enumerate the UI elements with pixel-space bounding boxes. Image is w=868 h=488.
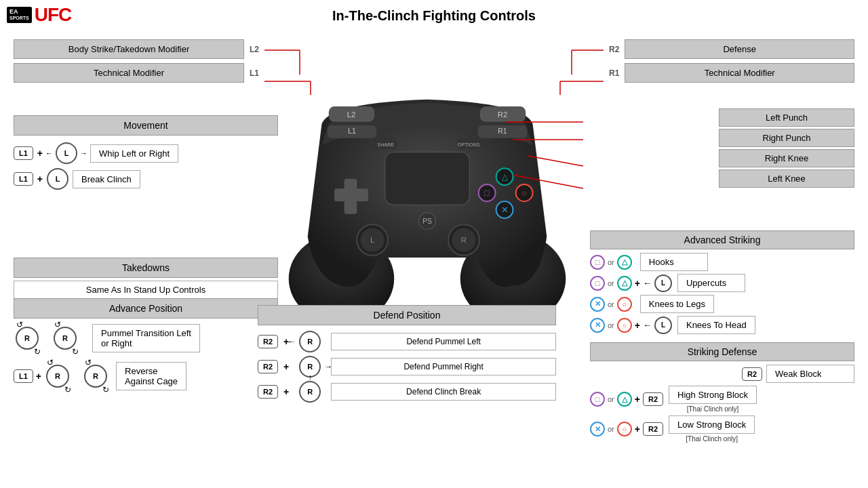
l2-row: Body Strike/Takedown Modifier L2 <box>14 39 264 59</box>
plus-break: + <box>37 174 43 184</box>
rotate-arrow-2-bot: ↻ <box>72 347 79 357</box>
r2-high-block: R2 <box>643 392 663 406</box>
defend-pummel-right-row: R2 + R → Defend Pummel Right <box>258 356 556 378</box>
l1-btn-break: L1 <box>14 172 33 186</box>
stick-L-whip: L <box>56 142 77 164</box>
l1-label-box: Technical Modifier <box>14 63 244 83</box>
circle-btn-knees-legs: ○ <box>617 297 632 312</box>
svg-text:SHARE: SHARE <box>377 142 394 148</box>
rotate-arrow-4-bot: ↻ <box>102 385 109 394</box>
arrow-left-uppercuts: ← <box>643 278 652 288</box>
low-block-action: Low Strong Block <box>669 415 755 434</box>
ufc-logo: UFC <box>35 5 72 24</box>
triangle-btn-hooks: △ <box>617 255 632 270</box>
weak-block-action: Weak Block <box>766 365 854 383</box>
whip-action: Whip Left or Right <box>90 144 178 163</box>
plus-defend-right: + <box>283 361 289 372</box>
knees-legs-action: Knees to Legs <box>640 295 714 313</box>
ea-logo: EASPORTS <box>7 7 32 22</box>
stick-R-defend-break: R <box>299 381 321 403</box>
l2-btn: L2 <box>250 45 259 54</box>
svg-text:L: L <box>370 236 374 244</box>
right-knee-label: Right Knee <box>719 149 854 167</box>
svg-text:PS: PS <box>422 218 432 225</box>
defend-pummel-left-row: R2 + ← R Defend Pummel Left <box>258 331 556 352</box>
svg-text:○: ○ <box>521 188 527 198</box>
svg-text:R: R <box>461 236 467 244</box>
page-title: In-The-Clinch Fighting Controls <box>0 0 868 29</box>
weak-block-row: R2 Weak Block <box>590 365 854 383</box>
plus-reverse: + <box>36 371 41 382</box>
cross-btn-knees-legs: ✕ <box>590 297 605 312</box>
l1-btn-whip: L1 <box>14 146 33 160</box>
square-btn-hooks: □ <box>590 255 605 270</box>
r2-label-box: Defense <box>625 39 854 59</box>
arrow-right-whip: → <box>80 149 87 157</box>
arrow-left-knees-head: ← <box>643 320 652 330</box>
svg-rect-18 <box>334 188 368 201</box>
defend-clinch-break-action: Defend Clinch Break <box>331 383 556 401</box>
left-shoulder-labels: Body Strike/Takedown Modifier L2 Technic… <box>14 39 264 87</box>
knees-head-row: ✕ or ○ + ← L Knees To Head <box>590 316 854 334</box>
triangle-btn-uppercuts: △ <box>617 276 632 291</box>
stick-L-uppercuts: L <box>654 274 672 292</box>
stick-R-reverse-2: R <box>84 365 107 388</box>
pummel-row: ↺ R ↻ ↺ R ↻ Pummel Transition Leftor Rig… <box>14 324 278 352</box>
svg-text:R2: R2 <box>498 110 508 119</box>
svg-text:L2: L2 <box>347 110 356 119</box>
r2-low-block: R2 <box>643 422 663 436</box>
uppercuts-action: Uppercuts <box>677 274 745 292</box>
r2-row: R2 Defense <box>604 39 854 59</box>
r2-defend-left: R2 <box>258 335 278 348</box>
cross-btn-knees-head: ✕ <box>590 318 605 333</box>
knees-head-action: Knees To Head <box>677 316 755 334</box>
r1-label-box: Technical Modifier <box>625 63 854 83</box>
controller-area: L2 R2 L1 R1 SHARE OPTIONS PS △ □ ○ <box>237 68 617 325</box>
plus-low-block: + <box>635 424 640 434</box>
stick-R-pummel-1: R <box>16 327 39 350</box>
right-labels-col: Left Punch Right Punch Right Knee Left K… <box>719 108 854 190</box>
defend-clinch-break-row: R2 + ↑ R Defend Clinch Break <box>258 381 556 403</box>
right-punch-label: Right Punch <box>719 129 854 147</box>
stick-R-reverse-1: R <box>46 365 69 388</box>
circle-btn-knees-head: ○ <box>617 318 632 333</box>
rotate-arrow-1-bot: ↻ <box>34 347 41 357</box>
advanced-striking-header: Advanced Striking <box>590 230 854 249</box>
or-hooks: or <box>608 258 614 266</box>
logo-area: EASPORTS UFC <box>7 5 71 24</box>
r1-row: R1 Technical Modifier <box>604 63 854 83</box>
high-block-row: □ or △ + R2 High Strong Block [Thai Clin… <box>590 386 854 413</box>
l2-label-box: Body Strike/Takedown Modifier <box>14 39 244 59</box>
reverse-row: L1 + ↺ R ↻ ↺ R ↻ ReverseAgainst Cage <box>14 362 278 390</box>
svg-text:OPTIONS: OPTIONS <box>458 142 480 148</box>
r2-defend-break: R2 <box>258 385 278 399</box>
high-block-action: High Strong Block <box>669 386 757 404</box>
stick-R-defend-left: R <box>299 331 321 352</box>
svg-text:R1: R1 <box>498 127 507 135</box>
hooks-row: □ or △ Hooks <box>590 253 854 271</box>
left-punch-label: Left Punch <box>719 108 854 127</box>
or-low-block: or <box>608 425 614 433</box>
defend-section: Defend Position R2 + ← R Defend Pummel L… <box>258 305 556 406</box>
arrow-left-whip: ← <box>45 149 53 157</box>
or-high-block: or <box>608 395 614 403</box>
l1-btn-reverse: L1 <box>14 369 33 383</box>
hooks-action: Hooks <box>640 253 708 271</box>
r2-weak-block: R2 <box>742 367 762 381</box>
striking-defense-section: Striking Defense R2 Weak Block □ or △ + … <box>590 342 854 443</box>
svg-rect-14 <box>385 152 469 205</box>
triangle-btn-high-block: △ <box>617 392 632 407</box>
arrow-left-defend: ← <box>288 337 296 346</box>
cross-btn-low-block: ✕ <box>590 422 605 436</box>
r2-btn: R2 <box>609 45 619 54</box>
arrow-right-defend: → <box>324 362 332 371</box>
low-block-note: [Thai Clinch only] <box>669 435 755 443</box>
svg-text:△: △ <box>502 172 509 182</box>
or-knees-legs: or <box>608 300 614 308</box>
plus-high-block: + <box>635 394 640 405</box>
plus-whip: + <box>37 148 43 159</box>
svg-text:□: □ <box>484 188 490 198</box>
square-btn-high-block: □ <box>590 392 605 407</box>
break-clinch-action: Break Clinch <box>73 170 140 188</box>
controller-svg: L2 R2 L1 R1 SHARE OPTIONS PS △ □ ○ <box>237 68 617 321</box>
